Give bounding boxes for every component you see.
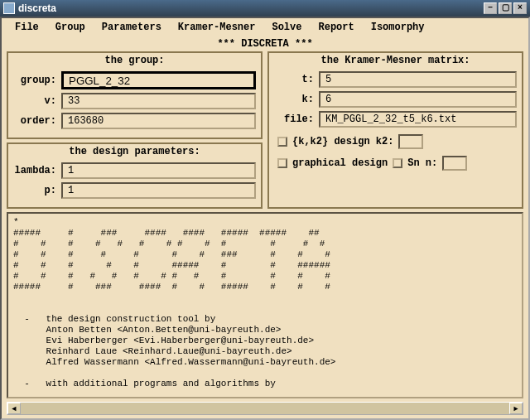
design-box-title: the design parameters:: [13, 146, 256, 157]
order-label: order:: [13, 115, 61, 127]
file-input[interactable]: [319, 111, 517, 128]
sn-label: Sn n:: [407, 157, 437, 169]
app-body: File Group Parameters Kramer-Mesner Solv…: [0, 17, 530, 420]
menu-group[interactable]: Group: [47, 20, 94, 35]
k2-input[interactable]: [398, 134, 423, 149]
output-text: * ##### # ### #### #### ##### ##### ## #…: [8, 214, 522, 393]
panels: the group: group: v: order: th: [2, 51, 528, 212]
km-box-title: the Kramer-Mesner matrix:: [274, 55, 517, 66]
file-label: file:: [274, 113, 319, 125]
output-frame: * ##### # ### #### #### ##### ##### ## #…: [7, 212, 523, 398]
scrollbar-horizontal[interactable]: ◄ ►: [7, 402, 523, 415]
design-box: the design parameters: lambda: p:: [7, 142, 263, 209]
banner: *** DISCRETA ***: [2, 36, 528, 51]
menu-parameters[interactable]: Parameters: [94, 20, 170, 35]
v-label: v:: [13, 95, 61, 107]
p-input[interactable]: [61, 182, 256, 199]
kk2-label: {k,k2} design k2:: [292, 136, 393, 147]
kk2-checkbox[interactable]: [277, 137, 287, 147]
maximize-button[interactable]: ▢: [499, 2, 512, 14]
km-box: the Kramer-Mesner matrix: t: k: file:: [267, 51, 523, 209]
t-input[interactable]: [319, 71, 517, 88]
lambda-input[interactable]: [61, 162, 256, 179]
k-label: k:: [274, 94, 319, 105]
menubar: File Group Parameters Kramer-Mesner Solv…: [2, 18, 528, 36]
graphical-label: graphical design: [292, 157, 388, 169]
sn-checkbox[interactable]: [393, 158, 402, 168]
group-label: group:: [13, 75, 61, 86]
n-input[interactable]: [442, 156, 467, 171]
scroll-right-button[interactable]: ►: [509, 403, 523, 414]
v-input[interactable]: [61, 93, 256, 109]
graphical-checkbox[interactable]: [277, 158, 287, 168]
menu-file[interactable]: File: [7, 20, 47, 35]
group-box: the group: group: v: order:: [7, 51, 263, 139]
menu-solve[interactable]: Solve: [263, 20, 310, 35]
group-input[interactable]: [61, 71, 256, 89]
window-title: discreta: [18, 2, 482, 14]
lambda-label: lambda:: [13, 165, 61, 176]
order-input[interactable]: [61, 113, 256, 129]
close-button[interactable]: ×: [513, 2, 527, 14]
menu-isomorphy[interactable]: Isomorphy: [363, 20, 433, 35]
minimize-button[interactable]: –: [484, 2, 497, 14]
t-label: t:: [274, 74, 319, 85]
titlebar[interactable]: discreta – ▢ ×: [0, 0, 530, 17]
app-icon: [3, 2, 15, 14]
p-label: p:: [13, 185, 61, 196]
group-box-title: the group:: [13, 55, 256, 66]
menu-report[interactable]: Report: [310, 20, 362, 35]
menu-kramer-mesner[interactable]: Kramer-Mesner: [170, 20, 264, 35]
scroll-left-button[interactable]: ◄: [7, 403, 21, 414]
app-window: discreta – ▢ × File Group Parameters Kra…: [0, 0, 530, 420]
k-input[interactable]: [319, 91, 517, 108]
